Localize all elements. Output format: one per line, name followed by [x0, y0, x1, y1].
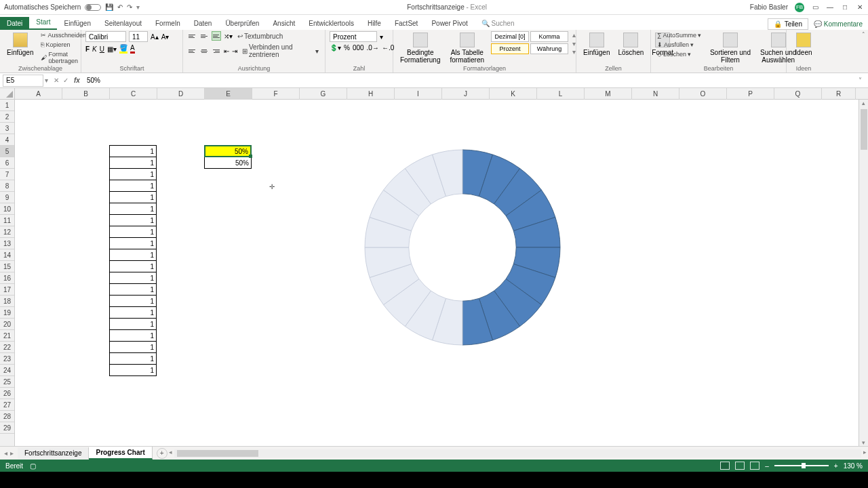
cancel-formula-icon[interactable]: ✕ [54, 77, 59, 84]
page-break-view-button[interactable] [750, 462, 760, 470]
search-box[interactable]: 🔍 Suchen [475, 17, 521, 30]
row-header-26[interactable]: 26 [0, 388, 14, 399]
cell-C6[interactable]: 1 [109, 157, 157, 169]
accounting-format-button[interactable]: 💲▾ [330, 44, 341, 52]
align-left-button[interactable] [187, 46, 197, 56]
sheet-tab-2[interactable]: Progress Chart [89, 447, 152, 460]
cell-C17[interactable]: 1 [109, 283, 157, 296]
collapse-ribbon-icon[interactable]: ˄ [862, 31, 865, 38]
cell-C8[interactable]: 1 [109, 180, 157, 192]
autosum-button[interactable]: ∑ AutoSumme ▾ [655, 31, 703, 39]
row-header-24[interactable]: 24 [0, 365, 14, 376]
formula-input[interactable]: 50% [84, 77, 854, 84]
column-header-L[interactable]: L [537, 88, 585, 100]
column-header-B[interactable]: B [62, 88, 110, 100]
column-header-M[interactable]: M [585, 88, 632, 100]
tab-formulas[interactable]: Formeln [149, 17, 187, 30]
column-header-H[interactable]: H [347, 88, 395, 100]
align-center-button[interactable] [199, 46, 209, 56]
italic-button[interactable]: K [92, 45, 97, 53]
paste-button[interactable]: Einfügen [4, 31, 36, 58]
tab-start[interactable]: Start [29, 16, 57, 30]
comma-format-button[interactable]: 000 [353, 44, 364, 52]
normal-view-button[interactable] [720, 462, 730, 470]
column-header-C[interactable]: C [110, 88, 157, 100]
zoom-slider[interactable] [774, 465, 829, 466]
grow-font-icon[interactable]: A▴ [151, 33, 159, 41]
column-header-O[interactable]: O [679, 88, 727, 100]
font-name-select[interactable]: Calibri [85, 31, 126, 42]
clear-button[interactable]: ◇ Löschen ▾ [655, 50, 703, 58]
insert-cells-button[interactable]: Einfügen [580, 31, 612, 58]
row-header-16[interactable]: 16 [0, 272, 14, 284]
macro-record-icon[interactable]: ▢ [30, 462, 36, 470]
align-right-button[interactable] [212, 46, 221, 56]
row-header-6[interactable]: 6 [0, 157, 14, 169]
redo-icon[interactable]: ↷ [127, 3, 132, 11]
zoom-level[interactable]: 130 % [844, 462, 863, 470]
maximize-icon[interactable]: □ [841, 3, 849, 12]
horizontal-scrollbar[interactable]: ◂ ▸ [174, 449, 861, 458]
cell-C9[interactable]: 1 [109, 191, 157, 203]
share-button[interactable]: 🔒 Teilen [768, 18, 808, 30]
column-header-F[interactable]: F [252, 88, 300, 100]
bold-button[interactable]: F [85, 45, 90, 53]
border-button[interactable]: ▦▾ [107, 45, 117, 53]
name-box[interactable]: E5 [3, 75, 43, 87]
add-sheet-button[interactable]: + [157, 448, 167, 459]
cell-C15[interactable]: 1 [109, 260, 157, 272]
column-header-A[interactable]: A [15, 88, 62, 100]
merge-center-button[interactable]: ⊞ Verbinden und zentrieren ▾ [240, 43, 321, 59]
tab-data[interactable]: Daten [187, 17, 219, 30]
row-header-18[interactable]: 18 [0, 296, 14, 307]
row-header-20[interactable]: 20 [0, 319, 14, 330]
percent-format-button[interactable]: % [344, 44, 350, 52]
row-header-25[interactable]: 25 [0, 376, 14, 388]
number-format-select[interactable]: Prozent [330, 31, 377, 42]
page-layout-view-button[interactable] [735, 462, 745, 470]
sheet-nav-prev-icon[interactable]: ◂ [4, 449, 7, 457]
shrink-font-icon[interactable]: A▾ [161, 33, 170, 41]
cell-C16[interactable]: 1 [109, 272, 157, 284]
cell-C7[interactable]: 1 [109, 168, 157, 180]
tab-review[interactable]: Überprüfen [218, 17, 266, 30]
zoom-in-button[interactable]: + [834, 462, 838, 470]
row-header-21[interactable]: 21 [0, 330, 14, 342]
cell-C10[interactable]: 1 [109, 203, 157, 215]
cell-E6[interactable]: 50% [204, 157, 252, 169]
tab-help[interactable]: Hilfe [361, 17, 388, 30]
styles-more-icon[interactable]: ▾ [572, 48, 576, 56]
styles-up-icon[interactable]: ▴ [572, 31, 576, 39]
cell-style-decimal[interactable]: Dezimal [0] [491, 31, 529, 42]
cell-C23[interactable]: 1 [109, 352, 157, 365]
user-name[interactable]: Fabio Basler [750, 3, 788, 11]
cell-C20[interactable]: 1 [109, 318, 157, 330]
sort-filter-button[interactable]: Sortieren und Filtern [707, 31, 753, 65]
row-header-15[interactable]: 15 [0, 261, 14, 272]
row-header-23[interactable]: 23 [0, 353, 14, 365]
format-as-table-button[interactable]: Als Tabelle formatieren [447, 31, 487, 65]
delete-cells-button[interactable]: Löschen [615, 31, 646, 58]
orientation-button[interactable]: ⤭▾ [224, 33, 233, 40]
increase-decimal-button[interactable]: .0→ [367, 44, 379, 52]
cell-C5[interactable]: 1 [109, 145, 157, 157]
cell-style-comma[interactable]: Komma [530, 31, 568, 42]
qat-more-icon[interactable]: ▾ [136, 3, 140, 11]
row-header-12[interactable]: 12 [0, 226, 14, 238]
tab-factset[interactable]: FactSet [388, 17, 425, 30]
cell-E5[interactable]: 50% [204, 145, 252, 157]
row-header-17[interactable]: 17 [0, 284, 14, 296]
enter-formula-icon[interactable]: ✓ [63, 77, 68, 84]
row-header-5[interactable]: 5 [0, 146, 14, 157]
zoom-out-button[interactable]: – [765, 462, 769, 470]
conditional-formatting-button[interactable]: Bedingte Formatierung [397, 31, 443, 65]
cell-C21[interactable]: 1 [109, 329, 157, 342]
underline-button[interactable]: U [100, 45, 104, 53]
row-header-27[interactable]: 27 [0, 399, 14, 411]
sheet-nav-next-icon[interactable]: ▸ [10, 449, 14, 457]
tab-insert[interactable]: Einfügen [57, 17, 97, 30]
save-icon[interactable]: 💾 [105, 3, 113, 11]
decrease-decimal-button[interactable]: ←.0 [382, 44, 394, 52]
cell-C18[interactable]: 1 [109, 295, 157, 307]
close-icon[interactable]: ✕ [856, 3, 864, 12]
